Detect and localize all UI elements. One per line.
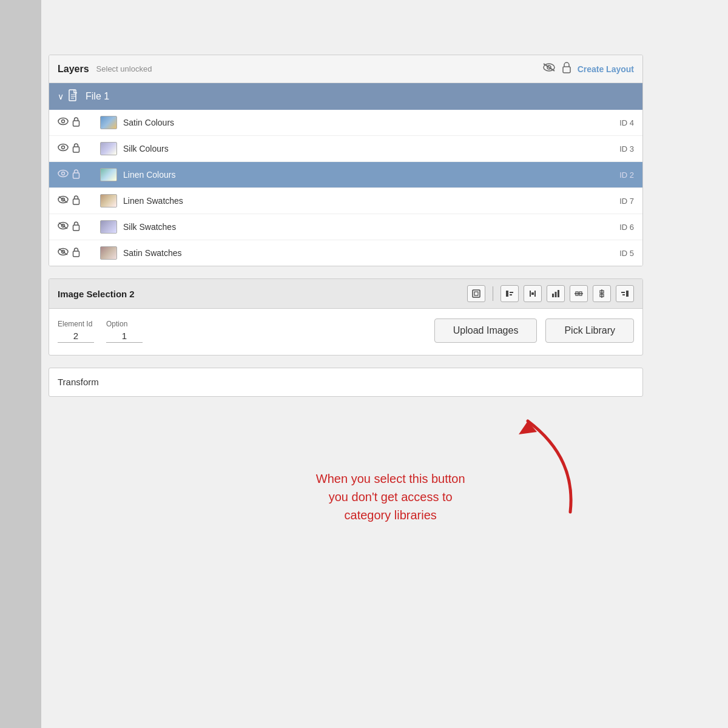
svg-rect-3 (69, 90, 76, 101)
image-selection-body: Element Id 2 Option 1 Upload Images Pick… (49, 309, 642, 355)
layer-row[interactable]: Satin Colours ID 4 (49, 110, 642, 136)
sidebar-strip (0, 0, 41, 728)
eye-icon[interactable] (58, 117, 69, 128)
layer-id: ID 2 (619, 170, 634, 180)
svg-rect-29 (510, 294, 512, 295)
chevron-icon: ∨ (58, 92, 64, 101)
svg-rect-44 (622, 294, 625, 295)
lock-icon[interactable] (562, 61, 571, 76)
main-container: Layers Select unlocked Create Layo (49, 55, 643, 542)
tb-center-icon[interactable] (524, 285, 542, 302)
visibility-icon[interactable] (542, 62, 556, 75)
layer-name: Silk Swatches (123, 222, 619, 232)
pick-library-button[interactable]: Pick Library (545, 318, 634, 343)
file-name: File 1 (86, 91, 109, 102)
svg-rect-18 (73, 199, 79, 204)
svg-rect-25 (473, 290, 480, 297)
layer-name: Satin Colours (123, 118, 619, 127)
layer-visibility-lock (58, 116, 100, 129)
layer-name: Linen Swatches (123, 196, 619, 206)
image-selection-header: Image Selection 2 (49, 279, 642, 309)
upload-images-button[interactable]: Upload Images (434, 318, 538, 343)
svg-rect-26 (474, 292, 478, 295)
svg-rect-32 (531, 292, 534, 295)
toolbar-divider (493, 286, 493, 301)
layer-id: ID 7 (619, 197, 634, 206)
lock-icon[interactable] (72, 195, 80, 207)
layer-thumbnail (100, 142, 117, 155)
lock-icon[interactable] (72, 169, 80, 181)
layer-thumbnail (100, 168, 117, 181)
eye-icon[interactable] (58, 221, 69, 232)
element-id-label: Element Id (58, 320, 94, 328)
file-row[interactable]: ∨ File 1 (49, 83, 642, 110)
tb-bar-chart-icon[interactable] (547, 285, 565, 302)
element-id-group: Element Id 2 (58, 320, 94, 343)
option-value: 1 (106, 331, 143, 343)
svg-rect-9 (73, 121, 79, 126)
layer-name: Linen Colours (123, 170, 619, 180)
layer-row[interactable]: Silk Colours ID 3 (49, 136, 642, 162)
lock-icon[interactable] (72, 143, 80, 155)
svg-rect-34 (555, 292, 557, 297)
layer-id: ID 4 (619, 118, 634, 127)
svg-point-14 (62, 172, 65, 175)
tb-align-left-icon[interactable] (500, 285, 519, 302)
lock-icon[interactable] (72, 116, 80, 129)
layer-row[interactable]: Linen Colours ID 2 (49, 162, 642, 188)
layer-name: Satin Swatches (123, 248, 619, 258)
layer-row[interactable]: Linen Swatches ID 7 (49, 188, 642, 214)
layers-subtitle: Select unlocked (96, 64, 535, 73)
layer-name: Silk Colours (123, 144, 619, 153)
transform-panel: Transform (49, 368, 643, 397)
option-group: Option 1 (106, 320, 143, 343)
svg-rect-43 (621, 292, 625, 293)
tb-distribute-v-icon[interactable] (593, 285, 611, 302)
layer-id: ID 5 (619, 249, 634, 258)
layer-thumbnail (100, 194, 117, 207)
svg-rect-15 (73, 173, 79, 178)
element-fields: Element Id 2 Option 1 Upload Images Pick… (58, 318, 634, 343)
eye-icon[interactable] (58, 195, 69, 206)
layers-header: Layers Select unlocked Create Layo (49, 55, 642, 83)
tb-distribute-h-icon[interactable] (570, 285, 588, 302)
svg-rect-24 (73, 251, 79, 257)
layers-title: Layers (58, 64, 89, 75)
image-selection-panel: Image Selection 2 (49, 278, 643, 356)
layer-visibility-lock (58, 143, 100, 155)
svg-point-13 (58, 170, 68, 177)
eye-icon[interactable] (58, 143, 69, 154)
svg-rect-35 (558, 290, 559, 297)
tb-frame-icon[interactable] (467, 285, 485, 302)
annotation-arrow (473, 409, 595, 518)
layers-panel: Layers Select unlocked Create Layo (49, 55, 643, 266)
element-id-value: 2 (58, 331, 94, 343)
layer-visibility-lock (58, 169, 100, 181)
layer-row[interactable]: Silk Swatches ID 6 (49, 214, 642, 240)
image-selection-title: Image Selection 2 (58, 289, 462, 299)
layer-id: ID 3 (619, 144, 634, 153)
lock-icon[interactable] (72, 221, 80, 234)
eye-icon[interactable] (58, 169, 69, 180)
tb-align-right-icon[interactable] (616, 285, 634, 302)
annotation-area: When you select this buttonyou don't get… (49, 409, 643, 542)
svg-rect-12 (73, 147, 79, 152)
svg-point-7 (58, 118, 68, 125)
create-layout-link[interactable]: Create Layout (578, 64, 634, 74)
layer-visibility-lock (58, 195, 100, 207)
svg-rect-33 (552, 294, 554, 297)
svg-rect-42 (626, 291, 629, 297)
svg-point-8 (62, 120, 65, 123)
svg-point-11 (62, 146, 65, 149)
layer-thumbnail (100, 220, 117, 234)
layer-id: ID 6 (619, 223, 634, 232)
eye-icon[interactable] (58, 248, 69, 258)
header-icons: Create Layout (542, 61, 634, 76)
svg-point-10 (58, 144, 68, 151)
layer-row[interactable]: Satin Swatches ID 5 (49, 240, 642, 266)
file-icon (69, 89, 78, 104)
svg-rect-30 (530, 291, 531, 297)
option-label: Option (106, 320, 143, 328)
lock-icon[interactable] (72, 247, 80, 260)
svg-rect-2 (563, 67, 570, 73)
